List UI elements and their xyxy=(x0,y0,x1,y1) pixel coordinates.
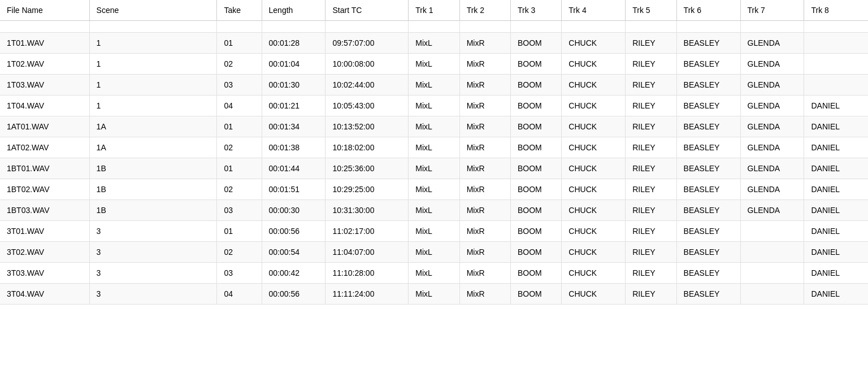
cell-trk1: MixL xyxy=(409,116,459,137)
cell-filename: 1BT01.WAV xyxy=(0,158,89,179)
cell-trk2: MixR xyxy=(459,116,510,137)
table-row: 1AT01.WAV1A0100:01:3410:13:52:00MixLMixR… xyxy=(0,116,868,137)
cell-trk1: MixL xyxy=(409,242,459,263)
cell-scene: 1B xyxy=(89,158,217,179)
cell-trk6: BEASLEY xyxy=(676,75,740,96)
cell-trk1: MixL xyxy=(409,96,459,116)
cell-trk4: CHUCK xyxy=(562,284,626,305)
cell-trk6: BEASLEY xyxy=(676,96,740,116)
cell-trk2: MixR xyxy=(459,33,510,54)
cell-trk2: MixR xyxy=(459,54,510,75)
table-row: 1AT02.WAV1A0200:01:3810:18:02:00MixLMixR… xyxy=(0,137,868,158)
cell-trk7: GLENDA xyxy=(740,158,804,179)
main-container: File Name Scene Take Length Start TC Trk… xyxy=(0,0,868,382)
cell-trk5: RILEY xyxy=(626,200,676,221)
cell-take: 04 xyxy=(217,96,262,116)
cell-filename: 3T01.WAV xyxy=(0,221,89,242)
cell-scene: 1 xyxy=(89,96,217,116)
col-header-trk6: Trk 6 xyxy=(676,0,740,21)
cell-trk6: BEASLEY xyxy=(676,116,740,137)
cell-trk8 xyxy=(804,75,868,96)
cell-trk5: RILEY xyxy=(626,75,676,96)
cell-trk5: RILEY xyxy=(626,96,676,116)
cell-starttc: 10:05:43:00 xyxy=(326,96,409,116)
cell-take: 02 xyxy=(217,54,262,75)
cell-filename: 3T04.WAV xyxy=(0,284,89,305)
cell-trk1: MixL xyxy=(409,284,459,305)
cell-starttc: 11:11:24:00 xyxy=(326,284,409,305)
cell-trk3: BOOM xyxy=(510,200,561,221)
cell-starttc: 11:10:28:00 xyxy=(326,263,409,284)
cell-trk8: DANIEL xyxy=(804,158,868,179)
cell-trk4: CHUCK xyxy=(562,33,626,54)
col-header-trk8: Trk 8 xyxy=(804,0,868,21)
cell-trk8: DANIEL xyxy=(804,263,868,284)
cell-scene: 1A xyxy=(89,137,217,158)
table-row: 1BT02.WAV1B0200:01:5110:29:25:00MixLMixR… xyxy=(0,179,868,200)
cell-filename: 1T01.WAV xyxy=(0,33,89,54)
cell-trk8: DANIEL xyxy=(804,221,868,242)
cell-trk5: RILEY xyxy=(626,116,676,137)
cell-scene: 1B xyxy=(89,179,217,200)
cell-trk8: DANIEL xyxy=(804,200,868,221)
cell-trk1: MixL xyxy=(409,200,459,221)
cell-trk6: BEASLEY xyxy=(676,179,740,200)
cell-trk1: MixL xyxy=(409,179,459,200)
cell-trk2: MixR xyxy=(459,284,510,305)
cell-trk6: BEASLEY xyxy=(676,137,740,158)
table-row: 3T04.WAV30400:00:5611:11:24:00MixLMixRBO… xyxy=(0,284,868,305)
cell-trk3: BOOM xyxy=(510,75,561,96)
cell-starttc: 10:29:25:00 xyxy=(326,179,409,200)
cell-filename: 1AT01.WAV xyxy=(0,116,89,137)
col-header-trk1: Trk 1 xyxy=(409,0,459,21)
cell-starttc: 10:00:08:00 xyxy=(326,54,409,75)
cell-take: 02 xyxy=(217,137,262,158)
audio-files-table: File Name Scene Take Length Start TC Trk… xyxy=(0,0,868,305)
cell-filename: 3T03.WAV xyxy=(0,263,89,284)
cell-length: 00:00:56 xyxy=(262,221,326,242)
cell-trk3: BOOM xyxy=(510,158,561,179)
cell-take: 03 xyxy=(217,263,262,284)
cell-trk3: BOOM xyxy=(510,221,561,242)
cell-take: 02 xyxy=(217,179,262,200)
col-header-trk5: Trk 5 xyxy=(626,0,676,21)
cell-trk1: MixL xyxy=(409,263,459,284)
table-row: 1T03.WAV10300:01:3010:02:44:00MixLMixRBO… xyxy=(0,75,868,96)
cell-scene: 1 xyxy=(89,54,217,75)
cell-scene: 3 xyxy=(89,284,217,305)
col-header-trk4: Trk 4 xyxy=(562,0,626,21)
cell-length: 00:01:34 xyxy=(262,116,326,137)
cell-trk2: MixR xyxy=(459,242,510,263)
cell-trk5: RILEY xyxy=(626,284,676,305)
cell-take: 03 xyxy=(217,200,262,221)
table-row: 1T02.WAV10200:01:0410:00:08:00MixLMixRBO… xyxy=(0,54,868,75)
cell-take: 03 xyxy=(217,75,262,96)
cell-scene: 1B xyxy=(89,200,217,221)
cell-trk4: CHUCK xyxy=(562,179,626,200)
col-header-trk2: Trk 2 xyxy=(459,0,510,21)
cell-take: 01 xyxy=(217,116,262,137)
cell-trk2: MixR xyxy=(459,221,510,242)
cell-trk3: BOOM xyxy=(510,33,561,54)
table-row: 3T01.WAV30100:00:5611:02:17:00MixLMixRBO… xyxy=(0,221,868,242)
col-header-filename: File Name xyxy=(0,0,89,21)
cell-trk2: MixR xyxy=(459,137,510,158)
col-header-trk7: Trk 7 xyxy=(740,0,804,21)
cell-trk7: GLENDA xyxy=(740,96,804,116)
cell-length: 00:00:56 xyxy=(262,284,326,305)
cell-starttc: 10:25:36:00 xyxy=(326,158,409,179)
cell-take: 01 xyxy=(217,33,262,54)
cell-trk4: CHUCK xyxy=(562,96,626,116)
cell-starttc: 11:04:07:00 xyxy=(326,242,409,263)
cell-trk2: MixR xyxy=(459,200,510,221)
cell-trk4: CHUCK xyxy=(562,54,626,75)
cell-trk3: BOOM xyxy=(510,179,561,200)
cell-scene: 1 xyxy=(89,33,217,54)
cell-trk8: DANIEL xyxy=(804,96,868,116)
cell-trk3: BOOM xyxy=(510,116,561,137)
col-header-length: Length xyxy=(262,0,326,21)
cell-length: 00:01:28 xyxy=(262,33,326,54)
cell-scene: 1A xyxy=(89,116,217,137)
cell-trk8: DANIEL xyxy=(804,179,868,200)
cell-trk8: DANIEL xyxy=(804,284,868,305)
